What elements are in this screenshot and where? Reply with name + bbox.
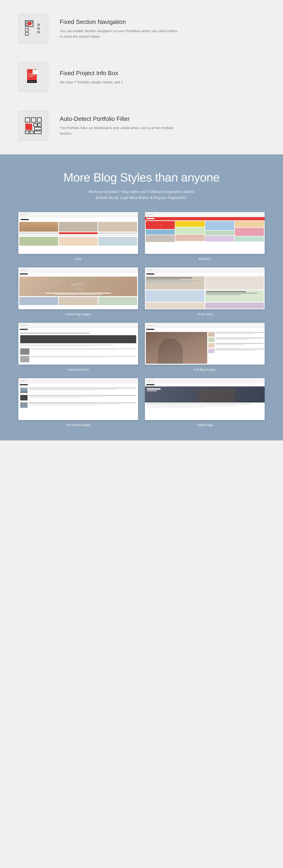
left-big-thumb-2: [208, 338, 215, 342]
masonry-item-11: [235, 228, 264, 236]
grid-cell-6: [98, 237, 137, 246]
browser-dot-3: [151, 214, 153, 215]
browser-dot-1: [147, 324, 148, 326]
center-big-content: perfekt? perfe: [19, 273, 138, 309]
left-small-label: Left Small images: [66, 423, 91, 427]
hover-item-5: [146, 303, 205, 309]
detail-mockup: [145, 378, 264, 420]
masonry-col-4: [235, 221, 264, 253]
left-big-item-2: [208, 338, 264, 342]
left-big-item-text-1: [215, 332, 264, 337]
left-small-content: [19, 383, 138, 420]
masonry-item-arrow: →: [146, 221, 175, 229]
blog-style-detail: Detail Page: [145, 378, 264, 427]
feature-portfolio-filter-desc: The Portfolio Filter on WerkStatt is onl…: [60, 125, 179, 136]
left-big-item-text-2: [215, 338, 264, 342]
detail-content: [145, 383, 264, 420]
hover-grid-logo: [146, 273, 154, 275]
feature-project-info: Fixed Project Info Box We have 7 Portfol…: [0, 53, 283, 101]
project-info-icon: [23, 67, 44, 88]
portfolio-filter-icon: [23, 115, 44, 136]
svg-point-15: [35, 70, 36, 71]
browser-dot-3: [25, 269, 26, 271]
horiz-row-text-1: [31, 348, 136, 355]
masonry-item-5: [175, 227, 205, 234]
masonry-item-3: [146, 235, 175, 242]
center-big-nav: [19, 273, 138, 276]
browser-dot-3: [25, 214, 26, 215]
masonry-item-9: [205, 236, 234, 242]
blog-style-grid: Grid: [19, 212, 138, 260]
hover-grid-inner: [145, 276, 264, 309]
left-big-hero-bg: [146, 332, 207, 364]
browser-dot-2: [149, 380, 151, 381]
center-big-inner: perfekt? perfe: [19, 276, 138, 306]
left-big-item-3: [208, 343, 264, 348]
grid-cell-2: [59, 222, 98, 231]
feature-project-info-text: Fixed Project Info Box We have 7 Portfol…: [60, 70, 123, 85]
detail-nav: [145, 383, 264, 386]
hover-grid-mockup: [145, 268, 264, 309]
horiz-row-1: [20, 348, 136, 355]
left-small-row-3: [20, 402, 136, 408]
blog-style-left-small: Left Small images: [19, 378, 138, 427]
left-big-mockup: [145, 323, 264, 365]
left-big-thumb-3: [208, 343, 215, 348]
hover-grid-content: [145, 273, 264, 309]
center-big-hero: perfekt? perfe: [19, 277, 137, 296]
grid-cell-5: [59, 237, 98, 246]
horiz-text-1: [20, 345, 113, 345]
svg-rect-20: [37, 118, 41, 122]
left-big-item-text-4: [215, 348, 264, 353]
grid-text-1: [19, 232, 58, 234]
left-small-nav: [19, 383, 138, 386]
masonry-item-6: [175, 235, 205, 241]
blog-style-center-big: perfekt? perfe: [19, 268, 138, 316]
center-big-thumbs: [19, 297, 137, 305]
masonry-nav: [145, 217, 264, 220]
masonry-item-8: [205, 231, 234, 235]
left-small-text-3: [29, 402, 136, 408]
left-big-thumb-1: [208, 332, 215, 337]
browser-dot-1: [20, 380, 22, 381]
masonry-item-7: [205, 221, 234, 230]
grid-text-3: [98, 232, 137, 234]
svg-rect-9: [25, 33, 29, 35]
left-small-row-2: [20, 395, 136, 400]
hover-item-2: [205, 276, 264, 289]
detail-person: [199, 388, 234, 403]
portfolio-filter-icon-wrap: [19, 111, 48, 141]
center-big-logo: [20, 273, 28, 275]
svg-rect-22: [34, 124, 37, 126]
svg-point-5: [38, 24, 39, 26]
detail-hero-text: [147, 388, 161, 391]
masonry-item-10: [235, 221, 264, 227]
feature-portfolio-filter: Auto-Detect Portfolio Filter The Portfol…: [0, 101, 283, 150]
horizontal-grid-content: [19, 328, 138, 365]
grid-cell-3: [98, 222, 137, 231]
left-big-item-text-3: [215, 343, 264, 348]
svg-rect-26: [34, 127, 41, 130]
browser-dot-1: [147, 380, 148, 381]
grid-cell-1: [19, 222, 58, 231]
masonry-col-1: →: [146, 221, 175, 253]
feature-project-info-title: Fixed Project Info Box: [60, 70, 123, 77]
horiz-logo: [20, 329, 28, 330]
svg-point-6: [38, 28, 39, 29]
center-big-thumb-3: [98, 297, 137, 305]
masonry-item-12: [235, 237, 264, 242]
masonry-item-2: [146, 229, 175, 235]
left-small-text-1: [29, 388, 136, 393]
center-big-label: Center Big Images: [65, 312, 91, 316]
left-big-thumb-4: [208, 348, 215, 353]
svg-rect-8: [25, 29, 29, 31]
hover-item-6: [205, 303, 264, 309]
left-big-item-1: [208, 332, 264, 337]
left-big-hero: [146, 332, 207, 364]
left-big-item-4: [208, 348, 264, 353]
feature-section-nav-title: Fixed Section Navigation: [60, 19, 179, 26]
browser-dot-1: [147, 269, 148, 271]
feature-portfolio-filter-text: Auto-Detect Portfolio Filter The Portfol…: [60, 115, 179, 136]
browser-dot-2: [149, 269, 151, 271]
browser-dot-1: [20, 269, 22, 271]
